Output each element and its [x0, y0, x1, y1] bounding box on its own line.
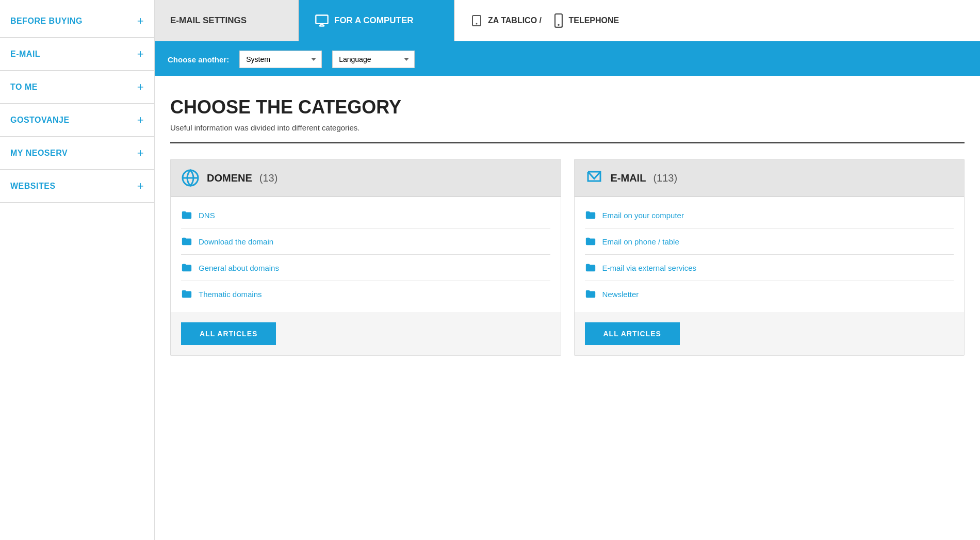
filter-label: Choose another:	[168, 55, 229, 64]
sidebar-item-label: WEBSITES	[10, 182, 56, 191]
list-item-label: DNS	[199, 211, 215, 220]
sidebar-plus-icon: +	[137, 179, 144, 193]
all-articles-button[interactable]: ALL ARTICLES	[585, 322, 680, 345]
card-body: Email on your computer Email on phone / …	[575, 197, 965, 312]
list-item-label: Email on your computer	[602, 211, 684, 220]
card-header: DOMENE (13)	[171, 159, 561, 197]
sidebar-item-websites[interactable]: WEBSITES +	[0, 170, 154, 203]
list-item[interactable]: Download the domain	[181, 228, 550, 255]
filter-bar: Choose another: System Language	[155, 43, 980, 76]
list-item[interactable]: Newsletter	[585, 281, 954, 307]
tablet-icon	[470, 14, 483, 27]
folder-icon	[181, 288, 192, 300]
folder-icon	[181, 236, 192, 247]
phone-icon	[554, 13, 563, 28]
list-item-label: General about domains	[199, 264, 279, 272]
language-select[interactable]: Language	[332, 51, 415, 68]
all-articles-button[interactable]: ALL ARTICLES	[181, 322, 276, 345]
card-header: E-MAIL (113)	[575, 159, 965, 197]
sidebar-plus-icon: +	[137, 113, 144, 127]
list-item[interactable]: DNS	[181, 202, 550, 228]
sidebar-item-my-neoserv[interactable]: MY NEOSERV +	[0, 137, 154, 170]
sidebar-item-gostovanje[interactable]: GOSTOVANJE +	[0, 104, 154, 137]
tab-bar: E-MAIL SETTINGS FOR A COMPUTER ZA TABLIC…	[155, 0, 980, 43]
sidebar-plus-icon: +	[137, 14, 144, 28]
sidebar-item-label: E-MAIL	[10, 50, 40, 59]
sidebar-item-label: TO ME	[10, 83, 38, 92]
list-item[interactable]: Thematic domains	[181, 281, 550, 307]
card-title: DOMENE	[207, 172, 252, 184]
sidebar-item-before-buying[interactable]: BEFORE BUYING +	[0, 5, 154, 38]
card-body: DNS Download the domain General about do…	[171, 197, 561, 312]
list-item[interactable]: General about domains	[181, 255, 550, 281]
sidebar-plus-icon: +	[137, 146, 144, 160]
tab-tablet-phone[interactable]: ZA TABLICO / TELEPHONE	[454, 0, 980, 41]
list-item-label: Thematic domains	[199, 290, 262, 299]
tab-telephone-label: TELEPHONE	[568, 16, 619, 25]
sidebar-item-label: MY NEOSERV	[10, 149, 68, 158]
sidebar-item-to-me[interactable]: TO ME +	[0, 71, 154, 104]
list-item[interactable]: Email on your computer	[585, 202, 954, 228]
system-select[interactable]: System	[239, 51, 322, 68]
tab-for-computer[interactable]: FOR A COMPUTER	[299, 0, 454, 41]
title-divider	[170, 142, 965, 143]
list-item-label: E-mail via external services	[602, 264, 697, 272]
tab-za-tablico-label: ZA TABLICO /	[488, 16, 542, 25]
card-footer: ALL ARTICLES	[575, 312, 965, 355]
main-content: E-MAIL SETTINGS FOR A COMPUTER ZA TABLIC…	[155, 0, 980, 540]
cards-grid: DOMENE (13) DNS Download the domain Gene…	[170, 159, 965, 356]
tab-email-settings[interactable]: E-MAIL SETTINGS	[155, 0, 299, 41]
sidebar-item-email[interactable]: E-MAIL +	[0, 38, 154, 71]
folder-icon	[585, 236, 596, 247]
sidebar-plus-icon: +	[137, 47, 144, 61]
monitor-icon	[315, 13, 329, 28]
svg-rect-0	[316, 15, 328, 24]
tab-for-computer-label: FOR A COMPUTER	[334, 15, 414, 26]
folder-icon	[181, 209, 192, 221]
sidebar-plus-icon: +	[137, 80, 144, 94]
card-footer: ALL ARTICLES	[171, 312, 561, 355]
tab-email-settings-label: E-MAIL SETTINGS	[170, 15, 247, 26]
card-title: E-MAIL	[611, 172, 646, 184]
sidebar-item-label: BEFORE BUYING	[10, 17, 83, 26]
list-item-label: Download the domain	[199, 237, 273, 246]
card-count: (113)	[653, 172, 677, 184]
list-item[interactable]: E-mail via external services	[585, 255, 954, 281]
folder-icon	[585, 288, 596, 300]
content-area: CHOOSE THE CATEGORY Useful information w…	[155, 76, 980, 377]
list-item-label: Newsletter	[602, 290, 639, 299]
page-subtitle: Useful information was divided into diff…	[170, 123, 965, 132]
card-count: (13)	[259, 172, 278, 184]
mail-icon	[585, 169, 603, 187]
folder-icon	[181, 262, 192, 273]
card-email: E-MAIL (113) Email on your computer Emai…	[574, 159, 965, 356]
globe-icon	[181, 169, 200, 187]
folder-icon	[585, 209, 596, 221]
list-item[interactable]: Email on phone / table	[585, 228, 954, 255]
sidebar: BEFORE BUYING + E-MAIL + TO ME + GOSTOVA…	[0, 0, 155, 540]
card-domene: DOMENE (13) DNS Download the domain Gene…	[170, 159, 561, 356]
folder-icon	[585, 262, 596, 273]
page-title: CHOOSE THE CATEGORY	[170, 96, 965, 118]
list-item-label: Email on phone / table	[602, 237, 679, 246]
sidebar-item-label: GOSTOVANJE	[10, 116, 70, 125]
